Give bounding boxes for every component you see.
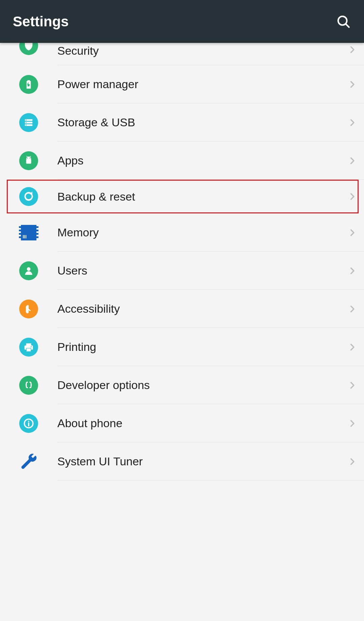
svg-line-13 <box>30 156 31 157</box>
row-label: System UI Tuner <box>57 455 340 468</box>
chevron-right-icon <box>340 342 364 352</box>
chevron-right-icon <box>340 156 364 165</box>
svg-rect-16 <box>26 343 31 345</box>
page-title: Settings <box>13 14 69 30</box>
storage-icon <box>19 113 38 132</box>
app-bar: Settings <box>0 0 364 43</box>
row-label: Security <box>57 43 340 57</box>
row-label: Accessibility <box>57 302 340 315</box>
wrench-icon <box>19 451 38 472</box>
printer-icon <box>19 338 38 357</box>
row-label: Storage & USB <box>57 116 340 129</box>
refresh-icon <box>19 187 38 206</box>
settings-row-security[interactable]: Security <box>0 43 364 65</box>
svg-point-7 <box>26 122 27 123</box>
chevron-right-icon <box>340 457 364 466</box>
info-icon <box>19 414 38 433</box>
row-label: Memory <box>57 226 340 239</box>
svg-point-18 <box>31 346 32 347</box>
user-icon <box>19 261 38 280</box>
svg-point-6 <box>26 120 27 121</box>
battery-icon <box>19 75 38 94</box>
settings-row-accessibility[interactable]: Accessibility <box>0 290 364 328</box>
settings-row-storage-usb[interactable]: Storage & USB <box>0 103 364 141</box>
android-icon <box>19 151 38 170</box>
chevron-right-icon <box>340 381 364 390</box>
settings-row-about-phone[interactable]: About phone <box>0 404 364 442</box>
settings-row-apps[interactable]: Apps <box>0 141 364 180</box>
settings-row-memory[interactable]: Memory <box>0 213 364 252</box>
row-label: Printing <box>57 340 340 354</box>
row-label: Users <box>57 264 340 277</box>
chevron-right-icon <box>340 228 364 237</box>
svg-point-11 <box>30 157 31 158</box>
settings-row-backup-reset[interactable]: Backup & reset <box>0 180 364 213</box>
chevron-right-icon <box>340 419 364 428</box>
settings-row-printing[interactable]: Printing <box>0 328 364 366</box>
settings-row-system-ui-tuner[interactable]: System UI Tuner <box>0 442 364 481</box>
chevron-right-icon <box>340 304 364 314</box>
row-label: Backup & reset <box>57 190 340 203</box>
row-label: About phone <box>57 417 340 430</box>
settings-row-power-manager[interactable]: Power manager <box>0 65 364 103</box>
svg-point-21 <box>28 420 29 422</box>
row-label: Power manager <box>57 78 340 91</box>
row-label: Apps <box>57 154 340 167</box>
chip-icon <box>21 225 36 240</box>
chevron-right-icon <box>340 118 364 127</box>
svg-point-15 <box>27 267 31 271</box>
search-icon <box>336 14 351 29</box>
braces-icon <box>19 376 38 395</box>
chevron-right-icon <box>340 192 364 201</box>
svg-point-10 <box>27 157 28 158</box>
settings-row-developer-options[interactable]: Developer options <box>0 366 364 404</box>
svg-line-12 <box>27 156 28 157</box>
svg-rect-9 <box>26 159 31 164</box>
chevron-right-icon <box>340 43 364 54</box>
svg-line-1 <box>345 24 349 27</box>
chevron-right-icon <box>340 266 364 276</box>
row-label: Developer options <box>57 379 340 392</box>
svg-rect-17 <box>27 348 31 351</box>
svg-point-8 <box>26 125 27 126</box>
hand-icon <box>19 300 38 318</box>
settings-list: SecurityPower managerStorage & USBAppsBa… <box>0 43 364 481</box>
settings-row-users[interactable]: Users <box>0 252 364 290</box>
chevron-right-icon <box>340 80 364 89</box>
search-button[interactable] <box>336 14 351 29</box>
